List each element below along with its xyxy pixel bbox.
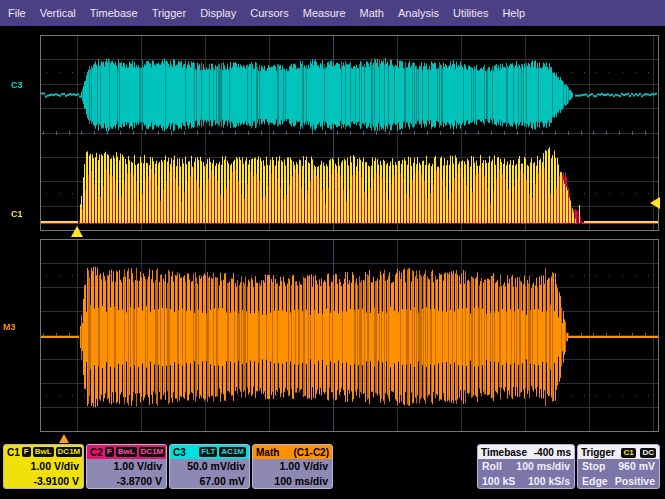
timebase-rate: 100 kS/s (528, 474, 570, 489)
c1-scale: 1.00 V/div (4, 459, 83, 474)
c1-trace-label: C1 (11, 209, 23, 219)
c1-filter-badge: F (22, 447, 31, 457)
menu-item-math[interactable]: Math (354, 7, 390, 19)
timebase-samples: 100 kS (482, 474, 515, 489)
menu-item-measure[interactable]: Measure (297, 7, 352, 19)
waveform-display[interactable] (0, 0, 665, 499)
trigger-title: Trigger (581, 447, 615, 458)
c1-descriptor[interactable]: C1 F BwL DC1M 1.00 V/div -3.9100 V (3, 444, 84, 489)
trigger-box[interactable]: Trigger C1 DC Stop 960 mV Edge Positive (577, 444, 660, 489)
math-formula: (C1-C2) (293, 447, 329, 458)
menu-item-utilities[interactable]: Utilities (447, 7, 494, 19)
timebase-title: Timebase (481, 447, 527, 458)
menu-item-help[interactable]: Help (496, 7, 531, 19)
c3-title: C3 (173, 447, 186, 458)
c3-trace-label: C3 (11, 80, 23, 90)
menu-bar: File Vertical Timebase Trigger Display C… (0, 0, 665, 28)
math-timebase: 100 ms/div (253, 474, 332, 489)
c1-coupling-badge: DC1M (56, 447, 83, 457)
trigger-coupling-badge: DC (640, 448, 656, 458)
menu-item-vertical[interactable]: Vertical (34, 7, 82, 19)
trigger-slope: Positive (615, 474, 655, 489)
c2-descriptor[interactable]: C2 F BwL DC1M 1.00 V/div -3.8700 V (86, 444, 167, 489)
c3-coupling-badge: AC1M (219, 447, 246, 457)
trigger-time-marker-icon[interactable] (71, 226, 83, 237)
c1-title: C1 (7, 447, 20, 458)
c1-bwl-badge: BwL (33, 447, 54, 457)
math-descriptor[interactable]: Math (C1-C2) 1.00 V/div 100 ms/div (252, 444, 333, 489)
c3-offset: 67.00 mV (170, 474, 249, 489)
menu-item-trigger[interactable]: Trigger (146, 7, 192, 19)
status-bar: C1 F BwL DC1M 1.00 V/div -3.9100 V C2 F … (0, 443, 665, 499)
c3-scale: 50.0 mV/div (170, 459, 249, 474)
c1-offset: -3.9100 V (4, 474, 83, 489)
timebase-per-div: 100 ms/div (516, 459, 570, 474)
menu-item-timebase[interactable]: Timebase (84, 7, 144, 19)
math-scale: 1.00 V/div (253, 459, 332, 474)
timebase-delay: -400 ms (534, 447, 571, 458)
c2-title: C2 (90, 447, 103, 458)
timebase-mode: Roll (482, 459, 502, 474)
menu-item-cursors[interactable]: Cursors (244, 7, 295, 19)
c2-coupling-badge: DC1M (139, 447, 166, 457)
menu-item-display[interactable]: Display (194, 7, 242, 19)
trigger-source-badge: C1 (621, 448, 635, 458)
timebase-box[interactable]: Timebase -400 ms Roll 100 ms/div 100 kS … (477, 444, 575, 489)
menu-item-analysis[interactable]: Analysis (392, 7, 445, 19)
trigger-level: 960 mV (618, 459, 655, 474)
math-trace-label: M3 (3, 322, 16, 332)
trigger-level-marker-icon[interactable] (650, 197, 660, 209)
trigger-type: Edge (582, 474, 608, 489)
menu-item-file[interactable]: File (2, 7, 32, 19)
math-title: Math (256, 447, 279, 458)
trigger-position-marker-icon[interactable] (59, 434, 69, 443)
c3-descriptor[interactable]: C3 FLT AC1M 50.0 mV/div 67.00 mV (169, 444, 250, 489)
c2-scale: 1.00 V/div (87, 459, 166, 474)
trigger-mode: Stop (582, 459, 605, 474)
c3-filter-badge: FLT (199, 447, 217, 457)
c2-bwl-badge: BwL (116, 447, 137, 457)
c2-offset: -3.8700 V (87, 474, 166, 489)
c2-filter-badge: F (105, 447, 114, 457)
